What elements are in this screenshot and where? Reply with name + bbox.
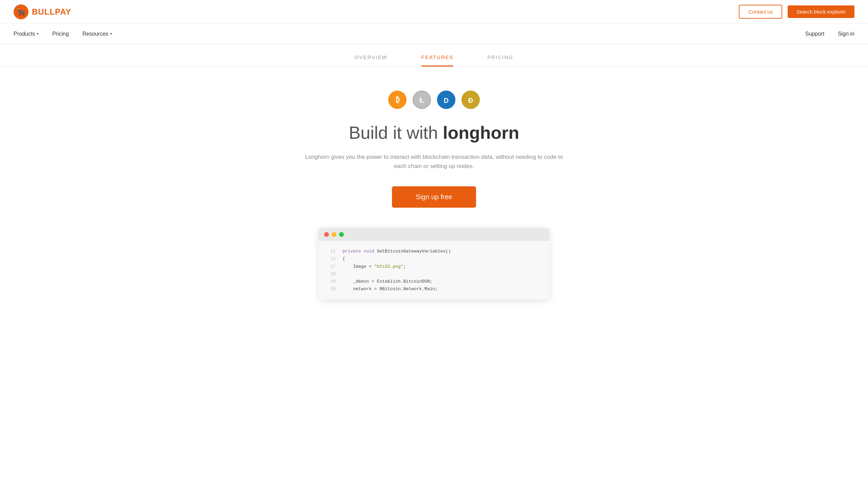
bitcoin-icon: ₿ (388, 91, 407, 109)
svg-text:🐂: 🐂 (17, 7, 26, 17)
tab-pricing[interactable]: PRICING (487, 54, 513, 67)
code-line-4: 18 (329, 270, 539, 278)
logo-area: 🐂 BULLPAY (14, 4, 71, 19)
window-maximize-dot (339, 232, 344, 237)
nav-products[interactable]: Products ▾ (14, 31, 39, 37)
signup-free-button[interactable]: Sign up free (392, 186, 476, 208)
nav-bar: Products ▾ Pricing Resources ▾ Support S… (0, 24, 868, 44)
search-block-explorer-button[interactable]: Search block explorer (788, 5, 854, 18)
crypto-icons-row: ₿ Ł D Ð (388, 91, 480, 109)
logo-text: BULLPAY (32, 7, 71, 17)
tab-features[interactable]: FEATURES (421, 54, 454, 67)
top-header: 🐂 BULLPAY Contact us Search block explor… (0, 0, 868, 24)
tab-navigation: OVERVIEW FEATURES PRICING (0, 44, 868, 67)
code-line-2: 12 { (329, 255, 539, 263)
hero-section: ₿ Ł D Ð Build it with longhorn Longhorn … (0, 67, 868, 313)
code-line-5: 19 _dbdsn = Establish.BitcoinDSN; (329, 278, 539, 285)
resources-chevron-icon: ▾ (110, 32, 112, 36)
nav-signin[interactable]: Sign in (838, 31, 854, 37)
litecoin-icon: Ł (413, 91, 431, 109)
svg-text:D: D (444, 97, 449, 104)
products-chevron-icon: ▾ (37, 32, 39, 36)
dogecoin-icon: Ð (461, 91, 480, 109)
code-window: 11 private void SetBitcoinGatewayVariabl… (319, 228, 549, 300)
nav-resources[interactable]: Resources ▾ (82, 31, 112, 37)
code-line-6: 20 network = NBitcoin.Network.Main; (329, 285, 539, 293)
code-line-3: 17 Image = "btc32.png"; (329, 263, 539, 270)
svg-text:Ð: Ð (468, 97, 473, 104)
dash-icon: D (437, 91, 455, 109)
window-close-dot (324, 232, 329, 237)
code-body: 11 private void SetBitcoinGatewayVariabl… (319, 241, 549, 300)
nav-left: Products ▾ Pricing Resources ▾ (14, 31, 112, 37)
hero-description: Longhorn gives you the power to interact… (302, 152, 566, 171)
code-line-1: 11 private void SetBitcoinGatewayVariabl… (329, 248, 539, 255)
hero-title: Build it with longhorn (349, 123, 519, 143)
header-buttons: Contact us Search block explorer (739, 5, 854, 19)
bullpay-logo-icon: 🐂 (14, 4, 28, 19)
svg-text:Ł: Ł (419, 96, 424, 104)
nav-support[interactable]: Support (805, 31, 824, 37)
window-minimize-dot (332, 232, 336, 237)
code-titlebar (319, 228, 549, 241)
nav-pricing[interactable]: Pricing (52, 31, 69, 37)
tab-overview[interactable]: OVERVIEW (355, 54, 388, 67)
contact-us-button[interactable]: Contact us (739, 5, 782, 19)
nav-right: Support Sign in (805, 31, 854, 37)
